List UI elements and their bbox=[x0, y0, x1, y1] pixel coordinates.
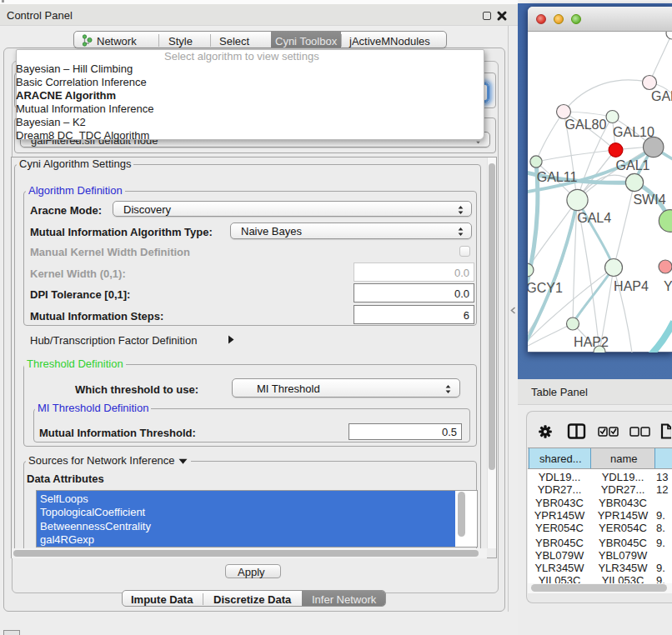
svg-text:Y: Y bbox=[664, 279, 672, 293]
svg-text:GAL80: GAL80 bbox=[565, 118, 607, 132]
svg-text:SWI4: SWI4 bbox=[633, 192, 665, 207]
svg-text:HAP2: HAP2 bbox=[574, 335, 609, 349]
svg-text:GCY1: GCY1 bbox=[528, 281, 563, 295]
svg-text:GAL11: GAL11 bbox=[537, 170, 578, 184]
svg-text:GAL4: GAL4 bbox=[577, 211, 611, 225]
svg-text:GAL1: GAL1 bbox=[616, 158, 650, 172]
svg-text:HAP4: HAP4 bbox=[614, 279, 649, 293]
svg-text:GAL10: GAL10 bbox=[613, 125, 654, 139]
svg-text:GAL2: GAL2 bbox=[651, 89, 672, 103]
